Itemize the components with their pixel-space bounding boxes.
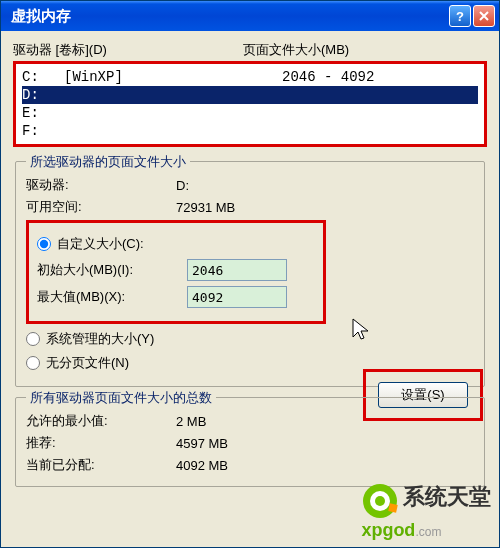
totals-group: 所有驱动器页面文件大小的总数 允许的最小值: 2 MB 推荐: 4597 MB … [15, 397, 485, 487]
totals-group-title: 所有驱动器页面文件大小的总数 [26, 389, 216, 407]
drive-row[interactable]: D: [22, 86, 478, 104]
custom-size-label: 自定义大小(C): [57, 235, 144, 253]
dialog-content: 驱动器 [卷标](D) 页面文件大小(MB) C: [WinXP] 2046 -… [1, 31, 499, 493]
logo-text: 系统天堂 [403, 484, 491, 509]
drive-label: D: [22, 87, 282, 103]
svg-rect-3 [389, 503, 398, 512]
initial-size-label: 初始大小(MB)(I): [37, 261, 187, 279]
close-icon [479, 11, 489, 21]
system-managed-label: 系统管理的大小(Y) [46, 330, 154, 348]
logo-domain: .com [415, 525, 441, 539]
free-space-row: 可用空间: 72931 MB [26, 198, 474, 216]
rec-value: 4597 MB [176, 436, 228, 451]
custom-size-highlight: 自定义大小(C): 初始大小(MB)(I): 最大值(MB)(X): [26, 220, 326, 324]
drive-info-value: D: [176, 178, 189, 193]
max-size-label: 最大值(MB)(X): [37, 288, 187, 306]
rec-row: 推荐: 4597 MB [26, 434, 474, 452]
min-row: 允许的最小值: 2 MB [26, 412, 474, 430]
drive-label: F: [22, 123, 282, 139]
min-label: 允许的最小值: [26, 412, 176, 430]
cur-label: 当前已分配: [26, 456, 176, 474]
custom-size-radio-row: 自定义大小(C): [37, 235, 315, 253]
header-paging: 页面文件大小(MB) [243, 41, 349, 59]
titlebar-buttons: ? [449, 5, 495, 27]
drive-row[interactable]: C: [WinXP] 2046 - 4092 [22, 68, 478, 86]
drive-info-label: 驱动器: [26, 176, 176, 194]
header-drive: 驱动器 [卷标](D) [13, 41, 243, 59]
help-button[interactable]: ? [449, 5, 471, 27]
free-space-value: 72931 MB [176, 200, 235, 215]
drive-row[interactable]: E: [22, 104, 478, 122]
cur-row: 当前已分配: 4092 MB [26, 456, 474, 474]
initial-size-row: 初始大小(MB)(I): [37, 259, 315, 281]
drive-label: C: [WinXP] [22, 69, 282, 85]
custom-size-radio[interactable] [37, 237, 51, 251]
logo-icon [361, 482, 399, 520]
system-managed-radio[interactable] [26, 332, 40, 346]
drive-listbox[interactable]: C: [WinXP] 2046 - 4092 D: E: F: [16, 64, 484, 144]
titlebar: 虚拟内存 ? [1, 1, 499, 31]
rec-label: 推荐: [26, 434, 176, 452]
no-paging-label: 无分页文件(N) [46, 354, 129, 372]
selected-drive-group: 所选驱动器的页面文件大小 驱动器: D: 可用空间: 72931 MB 自定义大… [15, 161, 485, 387]
drive-list-headers: 驱动器 [卷标](D) 页面文件大小(MB) [13, 41, 487, 59]
cur-value: 4092 MB [176, 458, 228, 473]
drive-label: E: [22, 105, 282, 121]
system-managed-row: 系统管理的大小(Y) [26, 330, 474, 348]
drive-row[interactable]: F: [22, 122, 478, 140]
watermark-logo: 系统天堂 xpgod.com [361, 482, 491, 541]
drive-size: 2046 - 4092 [282, 69, 374, 85]
window-title: 虚拟内存 [5, 7, 449, 26]
svg-point-2 [375, 496, 385, 506]
drive-list-highlight: C: [WinXP] 2046 - 4092 D: E: F: [13, 61, 487, 147]
max-size-input[interactable] [187, 286, 287, 308]
free-space-label: 可用空间: [26, 198, 176, 216]
group-title: 所选驱动器的页面文件大小 [26, 153, 190, 171]
virtual-memory-dialog: 虚拟内存 ? 驱动器 [卷标](D) 页面文件大小(MB) C: [WinXP]… [0, 0, 500, 548]
close-button[interactable] [473, 5, 495, 27]
max-size-row: 最大值(MB)(X): [37, 286, 315, 308]
logo-url: xpgod [361, 520, 415, 540]
initial-size-input[interactable] [187, 259, 287, 281]
no-paging-radio[interactable] [26, 356, 40, 370]
min-value: 2 MB [176, 414, 206, 429]
drive-row-info: 驱动器: D: [26, 176, 474, 194]
